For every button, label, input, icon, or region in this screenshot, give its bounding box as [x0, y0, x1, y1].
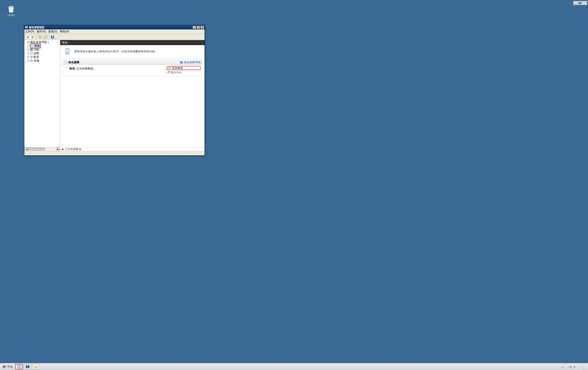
svg-rect-23 — [66, 50, 69, 51]
banner: 查看安装在服务器上角色的运行状况，以及添加或删除角色和功能。 — [60, 45, 205, 58]
arrow-left-icon — [27, 36, 29, 38]
menu-action[interactable]: 操作(A) — [37, 30, 46, 34]
maximize-button[interactable]: □ — [197, 26, 200, 29]
window-title: 服务器管理器 — [29, 26, 192, 29]
remove-icon — [167, 71, 170, 74]
tree-item-label: 角色 — [34, 44, 40, 48]
top-right-toolbar[interactable]: ? ⋮ — [573, 1, 587, 5]
content-area: ˄ 角色摘要 ? 角色摘要帮助 ˄ 角色: 正在收集数据... — [60, 58, 205, 147]
tree-item-roles[interactable]: + 角色 — [24, 44, 60, 48]
section-bar[interactable]: ˄ 角色摘要 ? 角色摘要帮助 — [63, 60, 202, 65]
scroll-track[interactable] — [28, 147, 56, 151]
add-icon — [168, 66, 171, 70]
svg-rect-30 — [167, 72, 169, 73]
roles-icon — [31, 44, 34, 47]
help-icon: ? — [180, 61, 183, 64]
powershell-icon — [25, 365, 30, 369]
taskbar[interactable]: 开始 ▴ — [0, 363, 588, 370]
nav-back-button[interactable] — [25, 35, 30, 39]
svg-point-19 — [31, 56, 32, 57]
taskbar-powershell[interactable] — [24, 364, 31, 370]
tree-hscrollbar[interactable]: ◂ ▸ — [24, 147, 60, 151]
role-line-text: 正在收集数据... — [76, 67, 95, 70]
add-role-button[interactable]: 添加角色 — [167, 66, 201, 70]
status-dot-icon — [62, 148, 63, 150]
toolbar-separator — [36, 35, 37, 39]
svg-rect-17 — [30, 52, 33, 54]
menu-view[interactable]: 查看(V) — [48, 30, 57, 34]
svg-rect-16 — [30, 48, 33, 51]
server-manager-icon — [17, 365, 21, 369]
remove-role-button[interactable]: 删除角色 — [167, 70, 201, 74]
close-button[interactable]: × — [200, 26, 204, 29]
section-title: 角色摘要 — [68, 61, 180, 64]
role-status-line: 角色: 正在收集数据... — [69, 67, 95, 71]
tray-volume-icon[interactable] — [573, 365, 576, 368]
properties-button[interactable] — [43, 35, 48, 39]
server-icon — [27, 41, 30, 44]
menu-help[interactable]: 帮助(H) — [60, 30, 69, 34]
folder-icon — [34, 365, 38, 369]
tr-help-icon[interactable]: ? — [578, 1, 582, 5]
recycle-bin[interactable]: 回收站 — [4, 4, 18, 17]
section-help-link[interactable]: ? 角色摘要帮助 — [180, 61, 201, 64]
svg-rect-6 — [25, 26, 27, 27]
tree-item-features[interactable]: + 功能 — [24, 48, 60, 51]
tree-item-diagnostics[interactable]: + 诊断 — [24, 51, 60, 55]
role-line-label: 角色: — [69, 67, 76, 70]
help-button[interactable]: ? — [50, 35, 55, 39]
svg-rect-13 — [28, 41, 30, 43]
menu-file[interactable]: 文件(F) — [25, 30, 34, 34]
features-icon — [30, 48, 33, 51]
start-button[interactable]: 开始 — [1, 364, 14, 370]
refresh-button[interactable] — [38, 35, 42, 39]
show-desktop-button[interactable] — [584, 363, 586, 370]
tree-root-label: 服务器管理器 ( — [30, 41, 49, 44]
svg-text:?: ? — [52, 35, 53, 39]
scroll-right-button[interactable]: ▸ — [56, 147, 60, 151]
server-large-icon — [64, 47, 72, 55]
app-icon — [25, 26, 28, 29]
menubar: 文件(F) 操作(A) 查看(V) 帮助(H) — [24, 29, 205, 34]
svg-rect-24 — [66, 51, 69, 52]
statusbar-pane-2 — [165, 151, 191, 155]
tray-action-center-icon[interactable] — [564, 365, 567, 368]
tree-item-config[interactable]: + 配置 — [24, 55, 60, 59]
minimize-button[interactable]: _ — [192, 26, 196, 29]
nav-forward-button[interactable] — [31, 35, 35, 39]
svg-point-25 — [66, 53, 67, 54]
window-controls: _ □ × — [192, 26, 204, 29]
section-body-left: ˄ 角色: 正在收集数据... — [63, 65, 165, 76]
tree-item-label: 配置 — [34, 55, 39, 59]
taskbar-server-manager[interactable] — [15, 364, 23, 370]
tree-root[interactable]: + 服务器管理器 (________t34k — [24, 40, 60, 44]
nav-tree[interactable]: + 服务器管理器 (________t34k + 角色 — [24, 40, 60, 151]
window-statusbar — [24, 151, 205, 155]
server-manager-window[interactable]: 服务器管理器 _ □ × 文件(F) 操作(A) 查看(V) 帮助(H) ? — [24, 25, 205, 156]
help-link-text: 角色摘要帮助 — [184, 61, 201, 64]
svg-rect-39 — [579, 366, 581, 368]
system-tray[interactable]: ▴ — [562, 363, 587, 370]
refresh-icon — [38, 35, 42, 39]
diagnostics-icon — [30, 52, 33, 55]
tray-expand-icon[interactable]: ▴ — [562, 365, 563, 368]
tree-item-storage[interactable]: + 存储 — [24, 59, 60, 62]
toolbar: ? — [24, 34, 205, 40]
collapse-icon-2[interactable]: ˄ — [65, 67, 68, 70]
tray-clock-icon[interactable] — [578, 365, 582, 368]
svg-rect-35 — [18, 366, 20, 367]
tr-expand-icon[interactable]: ⋮ — [582, 1, 586, 5]
arrow-right-icon — [32, 36, 34, 38]
taskbar-explorer[interactable] — [32, 364, 40, 370]
svg-rect-1 — [575, 4, 577, 4]
scroll-left-button[interactable]: ◂ — [24, 147, 28, 151]
collapse-icon[interactable]: ˄ — [64, 61, 67, 64]
banner-text: 查看安装在服务器上角色的运行状况，以及添加或删除角色和功能。 — [74, 50, 158, 53]
titlebar[interactable]: 服务器管理器 _ □ × — [24, 25, 205, 29]
statusbar-pane-1 — [24, 151, 165, 155]
statusbar-pane-3 — [191, 151, 205, 155]
scroll-thumb[interactable] — [28, 147, 45, 151]
tr-network-icon[interactable] — [574, 1, 578, 5]
tray-network-warning-icon[interactable] — [568, 365, 572, 368]
help-icon: ? — [51, 35, 55, 39]
